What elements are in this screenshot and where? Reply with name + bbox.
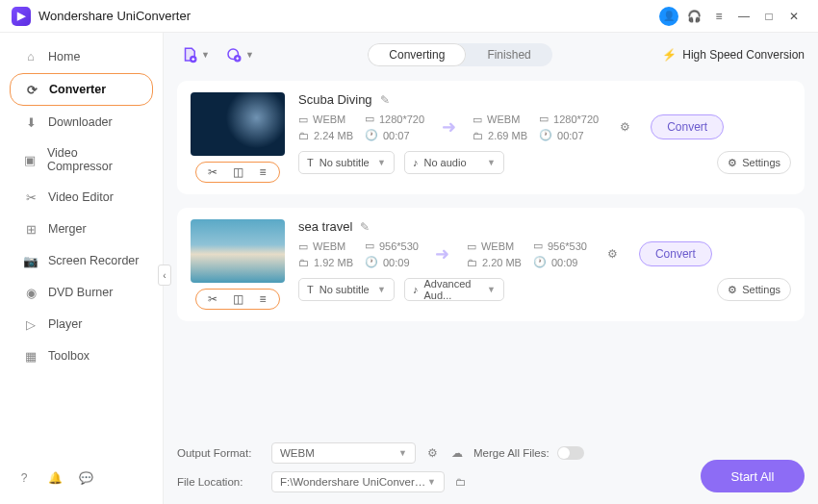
arrow-icon: ➜: [436, 116, 461, 138]
merge-label: Merge All Files:: [473, 447, 550, 459]
sidebar-item-downloader[interactable]: ⬇Downloader: [10, 107, 153, 138]
src-dur: 00:09: [383, 257, 410, 268]
crop-icon[interactable]: ◫: [230, 164, 245, 180]
tab-converting[interactable]: Converting: [368, 43, 466, 66]
merge-toggle[interactable]: [557, 446, 584, 460]
sidebar-item-label: Video Editor: [48, 190, 114, 204]
video-thumbnail[interactable]: [191, 92, 285, 156]
sidebar-item-label: Downloader: [48, 115, 113, 129]
output-settings-icon[interactable]: ⚙: [610, 120, 639, 134]
camera-icon: 📷: [23, 253, 38, 268]
add-url-button[interactable]: ▼: [221, 42, 258, 67]
gear-icon: ⚙: [728, 157, 737, 169]
clock-icon: 🕐: [533, 256, 547, 268]
more-icon[interactable]: ≡: [255, 164, 270, 180]
video-icon: ▭: [467, 240, 476, 253]
settings-button[interactable]: ⚙Settings: [717, 278, 791, 301]
sidebar-item-dvd[interactable]: ◉DVD Burner: [10, 277, 153, 308]
cloud-icon[interactable]: ☁: [448, 444, 466, 462]
more-icon[interactable]: ≡: [255, 291, 270, 307]
file-location-select[interactable]: F:\Wondershare UniConverter▼: [271, 471, 445, 492]
high-speed-toggle[interactable]: ⚡ High Speed Conversion: [662, 48, 805, 62]
resolution-icon: ▭: [365, 113, 374, 125]
trim-icon[interactable]: ✂: [205, 164, 220, 180]
settings-label: Settings: [742, 157, 780, 168]
maximize-icon[interactable]: □: [756, 4, 781, 29]
close-icon[interactable]: ✕: [781, 4, 806, 29]
sidebar-item-compressor[interactable]: ▣Video Compressor: [10, 139, 153, 181]
sidebar-item-home[interactable]: ⌂Home: [10, 41, 153, 72]
add-file-button[interactable]: ▼: [177, 42, 214, 67]
file-location-label: File Location:: [177, 476, 264, 488]
sidebar-item-converter[interactable]: ⟳Converter: [10, 73, 153, 106]
trim-icon[interactable]: ✂: [205, 291, 220, 307]
play-icon: ▷: [23, 316, 38, 332]
sidebar-item-toolbox[interactable]: ▦Toolbox: [10, 340, 153, 371]
chevron-down-icon: ▼: [377, 285, 386, 294]
add-url-icon: [225, 46, 243, 63]
audio-select[interactable]: ♪Advanced Aud...▼: [404, 278, 504, 301]
sidebar-collapse[interactable]: ‹: [158, 265, 171, 286]
add-file-icon: [181, 46, 198, 63]
dst-format: WEBM: [481, 240, 514, 252]
dst-format: WEBM: [487, 113, 520, 125]
grid-icon: ▦: [23, 348, 38, 364]
file-card: ✂ ◫ ≡ Scuba Diving ✎ ▭WEBM 🗀2.24 MB: [177, 81, 805, 194]
convert-button[interactable]: Convert: [651, 114, 724, 139]
home-icon: ⌂: [23, 49, 38, 64]
tab-finished[interactable]: Finished: [466, 43, 551, 66]
audio-value: No audio: [424, 157, 467, 168]
settings-button[interactable]: ⚙Settings: [717, 151, 791, 174]
bell-icon[interactable]: 🔔: [46, 469, 64, 487]
sidebar-item-label: Merger: [48, 222, 87, 236]
app-logo: ▶: [12, 7, 31, 26]
user-icon[interactable]: 👤: [659, 7, 678, 26]
crop-icon[interactable]: ◫: [230, 291, 245, 307]
subtitle-select[interactable]: TNo subtitle▼: [298, 151, 395, 174]
video-thumbnail[interactable]: [191, 219, 285, 283]
support-icon[interactable]: 🎧: [681, 4, 706, 29]
chevron-down-icon: ▼: [377, 158, 386, 167]
sidebar-item-label: Home: [48, 50, 80, 63]
status-tabs: Converting Finished: [368, 43, 551, 66]
chevron-down-icon: ▼: [245, 50, 254, 60]
folder-icon: 🗀: [473, 130, 483, 141]
chevron-down-icon: ▼: [398, 448, 407, 458]
dst-size: 2.20 MB: [482, 257, 522, 268]
sidebar-item-recorder[interactable]: 📷Screen Recorder: [10, 245, 153, 276]
subtitle-select[interactable]: TNo subtitle▼: [298, 278, 395, 301]
minimize-icon[interactable]: —: [731, 4, 756, 29]
dst-dur: 00:09: [551, 257, 578, 268]
convert-button[interactable]: Convert: [639, 241, 712, 266]
sidebar-item-editor[interactable]: ✂Video Editor: [10, 182, 153, 213]
src-dur: 00:07: [383, 130, 410, 141]
dst-dur: 00:07: [557, 130, 584, 141]
download-icon: ⬇: [23, 114, 38, 130]
audio-select[interactable]: ♪No audio▼: [404, 151, 504, 174]
output-format-select[interactable]: WEBM▼: [271, 442, 416, 464]
edit-strip: ✂ ◫ ≡: [195, 289, 280, 310]
rename-icon[interactable]: ✎: [360, 220, 370, 234]
sidebar-item-label: Player: [48, 317, 82, 331]
rename-icon[interactable]: ✎: [380, 93, 390, 107]
sidebar-item-player[interactable]: ▷Player: [10, 309, 153, 340]
video-icon: ▭: [298, 113, 308, 126]
help-icon[interactable]: ?: [15, 469, 33, 487]
toolbar: ▼ ▼ Converting Finished ⚡ High Speed Con…: [164, 33, 818, 77]
merge-icon: ⊞: [23, 221, 38, 237]
feedback-icon[interactable]: 💬: [77, 469, 94, 487]
output-settings-icon[interactable]: ⚙: [599, 247, 627, 261]
arrow-icon: ➜: [430, 243, 455, 265]
open-folder-icon[interactable]: 🗀: [452, 473, 470, 491]
menu-icon[interactable]: ≡: [706, 4, 731, 29]
folder-icon: 🗀: [467, 257, 477, 268]
gpu-icon[interactable]: ⚙: [423, 444, 441, 462]
hsc-label: High Speed Conversion: [682, 48, 805, 62]
sidebar-item-merger[interactable]: ⊞Merger: [10, 214, 153, 244]
footer: Output Format: WEBM▼ ⚙ ☁ Merge All Files…: [164, 435, 818, 504]
edit-strip: ✂ ◫ ≡: [195, 162, 280, 183]
start-all-button[interactable]: Start All: [701, 460, 805, 492]
app-title: Wondershare UniConverter: [38, 9, 191, 23]
clock-icon: 🕐: [539, 129, 552, 141]
subtitle-value: No subtitle: [320, 284, 370, 295]
